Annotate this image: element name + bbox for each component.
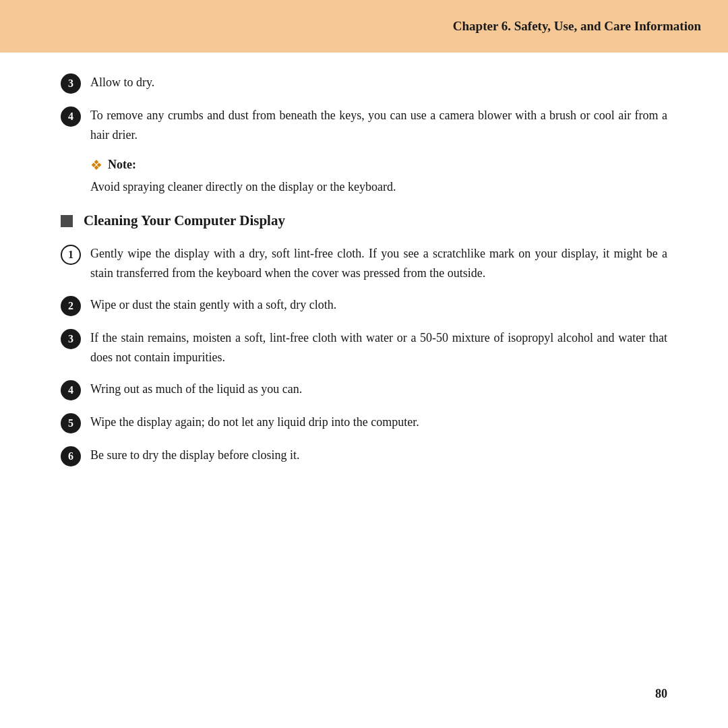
note-label: Note: (108, 158, 136, 172)
item-number-4: 4 (61, 107, 81, 127)
display-num-3: 3 (61, 329, 81, 349)
note-header: ❖ Note: (90, 157, 667, 173)
display-text-5: Wipe the display again; do not let any l… (90, 413, 667, 432)
display-item-4: 4 Wring out as much of the liquid as you… (61, 380, 667, 400)
display-num-6: 6 (61, 446, 81, 466)
display-num-2: 2 (61, 296, 81, 316)
display-item-1: 1 Gently wipe the display with a dry, so… (61, 244, 667, 283)
display-item-5: 5 Wipe the display again; do not let any… (61, 413, 667, 433)
display-text-3: If the stain remains, moisten a soft, li… (90, 328, 667, 367)
initial-item-3: 3 Allow to dry. (61, 73, 667, 94)
note-text: Avoid spraying cleaner directly on the d… (90, 177, 667, 197)
note-box: ❖ Note: Avoid spraying cleaner directly … (90, 157, 667, 197)
display-text-6: Be sure to dry the display before closin… (90, 446, 667, 465)
display-text-2: Wipe or dust the stain gently with a sof… (90, 295, 667, 315)
item-text-3: Allow to dry. (90, 73, 667, 92)
section-heading: Cleaning Your Computer Display (61, 212, 667, 229)
header: Chapter 6. Safety, Use, and Care Informa… (0, 0, 728, 53)
display-item-3: 3 If the stain remains, moisten a soft, … (61, 328, 667, 367)
note-diamond-icon: ❖ (90, 157, 102, 173)
content: 3 Allow to dry. 4 To remove any crumbs a… (0, 53, 728, 499)
display-item-2: 2 Wipe or dust the stain gently with a s… (61, 295, 667, 316)
section-square-icon (61, 215, 73, 227)
page-number: 80 (655, 687, 667, 701)
display-num-1: 1 (61, 245, 81, 265)
item-number-3: 3 (61, 73, 81, 94)
item-text-4: To remove any crumbs and dust from benea… (90, 106, 667, 145)
initial-item-4: 4 To remove any crumbs and dust from ben… (61, 106, 667, 145)
chapter-title: Chapter 6. Safety, Use, and Care Informa… (453, 19, 701, 33)
display-text-1: Gently wipe the display with a dry, soft… (90, 244, 667, 283)
display-item-6: 6 Be sure to dry the display before clos… (61, 446, 667, 466)
display-text-4: Wring out as much of the liquid as you c… (90, 380, 667, 399)
section-title: Cleaning Your Computer Display (84, 212, 285, 229)
display-num-5: 5 (61, 413, 81, 433)
display-num-4: 4 (61, 380, 81, 400)
